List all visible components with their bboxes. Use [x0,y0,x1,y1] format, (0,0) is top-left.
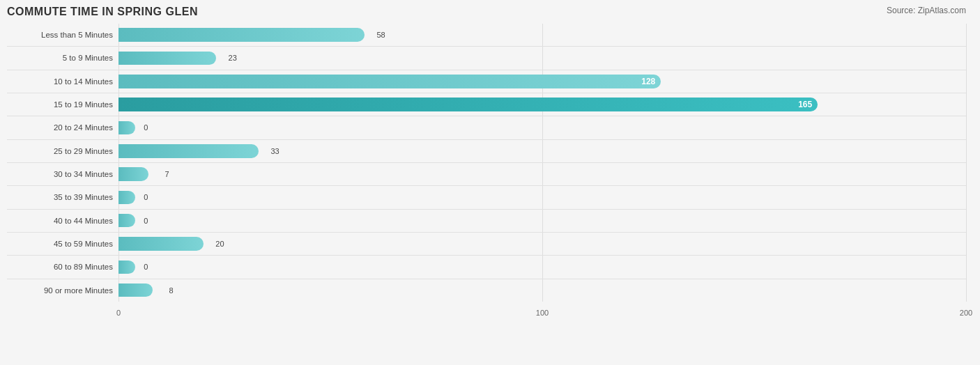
bar-value: 0 [144,217,148,225]
bar-fill: 128 [118,75,661,88]
bar-label: 35 to 39 Minutes [7,193,118,201]
bar-row: 45 to 59 Minutes20 [7,233,966,256]
x-tick: 100 [536,309,549,317]
bar-value: 0 [144,193,148,201]
bar-label: 30 to 34 Minutes [7,170,118,178]
bar-track: 7 [118,167,966,180]
bar-row: 90 or more Minutes8 [7,279,966,302]
bar-label: 25 to 29 Minutes [7,147,118,155]
bar-track: 23 [118,52,966,65]
bar-track: 33 [118,144,966,157]
bar-row: Less than 5 Minutes58 [7,24,966,47]
bar-track: 0 [118,191,966,204]
bar-fill: 20 [118,237,204,250]
bar-track: 0 [118,261,966,274]
bar-value: 58 [376,31,385,39]
bar-track: 165 [118,98,966,111]
bar-value: 7 [164,170,169,178]
bar-fill: 0 [118,261,135,274]
x-tick: 0 [116,309,121,317]
bar-track: 20 [118,237,966,250]
bar-track: 0 [118,214,966,227]
bar-value: 8 [169,286,174,295]
bar-row: 60 to 89 Minutes0 [7,256,966,279]
bar-fill: 33 [118,144,259,157]
bar-label: 40 to 44 Minutes [7,217,118,225]
bar-row: 40 to 44 Minutes0 [7,210,966,233]
chart-area: Less than 5 Minutes585 to 9 Minutes2310 … [7,24,966,317]
bar-row: 30 to 34 Minutes7 [7,163,966,186]
bar-track: 128 [118,75,966,88]
bar-row: 35 to 39 Minutes0 [7,186,966,209]
bar-label: 60 to 89 Minutes [7,263,118,271]
bar-fill: 58 [118,28,365,41]
bar-fill: 0 [118,191,135,204]
bar-value: 33 [270,147,279,155]
bar-fill: 8 [118,284,153,297]
bar-label: 45 to 59 Minutes [7,240,118,248]
bar-label: 90 or more Minutes [7,286,118,295]
bar-row: 25 to 29 Minutes33 [7,140,966,163]
bar-row: 10 to 14 Minutes128 [7,70,966,93]
bar-track: 58 [118,28,966,41]
bar-label: 15 to 19 Minutes [7,100,118,109]
bars-wrapper: Less than 5 Minutes585 to 9 Minutes2310 … [7,24,966,302]
chart-container: COMMUTE TIME IN SPRING GLEN Source: ZipA… [0,0,980,365]
bar-label: Less than 5 Minutes [7,31,118,39]
bar-fill: 7 [118,167,148,180]
bar-value: 0 [144,123,148,132]
chart-title: COMMUTE TIME IN SPRING GLEN [7,6,966,18]
bar-fill: 0 [118,214,135,227]
bar-value: 20 [215,240,224,248]
bar-value: 128 [641,77,655,86]
bar-value: 23 [229,54,237,62]
bar-row: 20 to 24 Minutes0 [7,116,966,139]
bar-label: 20 to 24 Minutes [7,123,118,132]
bar-label: 5 to 9 Minutes [7,54,118,62]
bar-fill: 23 [118,52,216,65]
bar-fill: 165 [118,98,818,111]
bar-value: 0 [144,263,148,271]
bar-fill: 0 [118,121,135,134]
bar-track: 0 [118,121,966,134]
bar-label: 10 to 14 Minutes [7,77,118,86]
x-axis: 0100200 [118,302,966,317]
source-label: Source: ZipAtlas.com [887,6,966,15]
grid-line [966,24,967,302]
x-tick: 200 [960,309,972,317]
bar-value: 165 [798,100,812,109]
bar-track: 8 [118,284,966,297]
bar-row: 5 to 9 Minutes23 [7,47,966,70]
bar-row: 15 to 19 Minutes165 [7,93,966,116]
